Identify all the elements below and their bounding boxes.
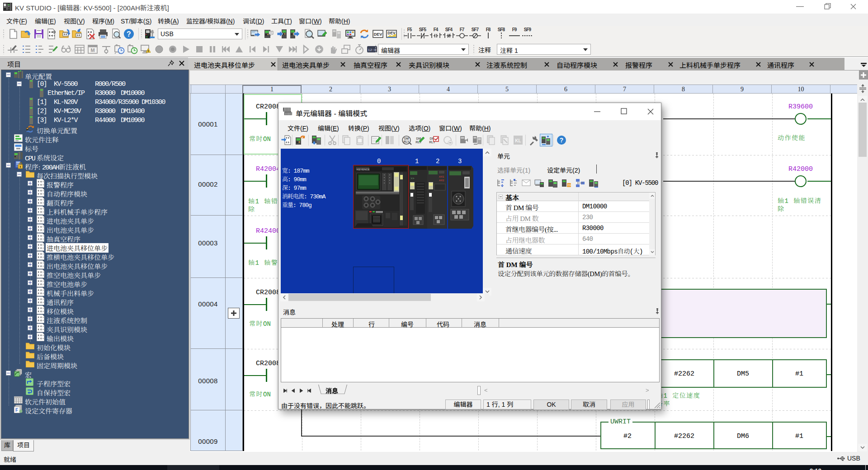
svg-text:RLY: RLY: [404, 140, 410, 143]
svg-text:?: ?: [560, 136, 564, 144]
svg-text:DEV: DEV: [374, 32, 382, 37]
svg-text:F: F: [15, 408, 18, 413]
svg-text:M: M: [90, 47, 94, 53]
svg-text:KL: KL: [515, 138, 521, 143]
svg-text:DM: DM: [404, 137, 409, 140]
svg-text:>>: >>: [410, 177, 414, 180]
svg-text:FTP: FTP: [566, 184, 571, 187]
svg-text:AX2: AX2: [439, 179, 444, 182]
svg-text:?: ?: [127, 30, 131, 38]
svg-text:DEV: DEV: [387, 31, 396, 35]
svg-text:KEYENCE: KEYENCE: [357, 168, 370, 171]
svg-text:AX1: AX1: [439, 175, 444, 178]
